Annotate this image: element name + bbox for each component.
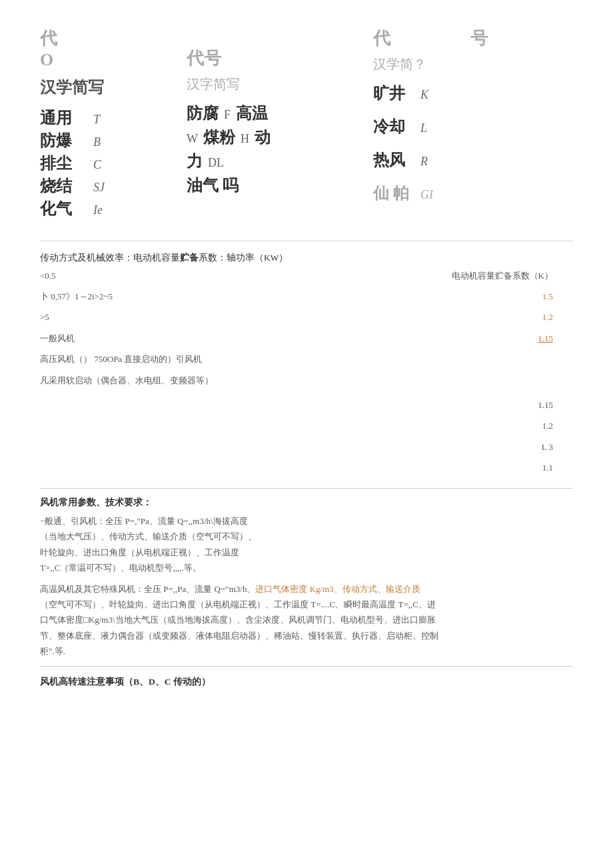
header-row: 代 O 汉学简写 通用 T 防爆 B 排尘 C 烧结 SJ: [40, 27, 573, 221]
list-item: 化气 Ie: [40, 198, 187, 219]
extra-values: 1.15 1.2 L 3 1.1: [40, 397, 573, 481]
col1-header1: 代: [40, 27, 187, 50]
spacer: [40, 397, 426, 481]
type-gaowenn: 高温: [236, 103, 268, 124]
technical-title: 风机常用参数、技术要求：: [40, 495, 573, 510]
special-fan-text: 高温风机及其它特殊风机：全压 P=,,Pa、流量 Q=″m3/h、进口气体密度 …: [40, 581, 573, 659]
params-values: 电动机容量贮备系数（K） 1.5 1.2 1.15: [426, 268, 573, 393]
type-lengque: 冷却: [373, 116, 410, 137]
transmission-title: 传动方式及机械效率：电动机容量贮备系数：轴功率（KW）: [40, 251, 573, 265]
divider-1: [40, 241, 573, 241]
param-row-3: >5: [40, 309, 426, 325]
list-item: 旷井 K: [373, 83, 573, 104]
param-row-4: 一般风机: [40, 331, 426, 346]
col2-subheader: 汉字简写: [187, 75, 373, 93]
list-item: 通用 T: [40, 107, 187, 129]
general-fan-text: −般通、引风机：全压 P=,″Pa、流量 Q=,,m3/h\海拔高度 （当地大气…: [40, 513, 573, 576]
col1-header2: O: [40, 50, 187, 70]
type-code-shaojie: SJ: [93, 181, 113, 195]
value-15: 1.5: [426, 289, 553, 304]
list-item: 冷却 L: [373, 116, 573, 137]
last-note: 风机高转速注意事项（B、D、C 传动的）: [40, 676, 573, 688]
extra-right: 1.15 1.2 L 3 1.1: [426, 397, 573, 481]
value-L3: L 3: [426, 439, 553, 455]
code-R: R: [420, 155, 428, 169]
param-row-6: 凡采用软启动（偶合器、水电组、变频器等）: [40, 373, 426, 388]
col3-header2: 号: [470, 27, 488, 50]
type-youqi: 油气 吗: [187, 175, 239, 196]
col1-block: 代 O 汉学简写 通用 T 防爆 B 排尘 C 烧结 SJ: [40, 27, 187, 221]
code-W: W: [187, 132, 198, 146]
value-115b: 1.15: [426, 397, 553, 413]
col3-headers: 代 号: [373, 27, 573, 50]
type-meifen: 煤粉: [203, 127, 235, 148]
param-row-5: 高压风机（） 750OPa 直接启动的）引风机: [40, 351, 426, 367]
divider-3: [40, 666, 573, 667]
type-refeng: 热风: [373, 149, 410, 171]
list-item: 油气 吗: [187, 175, 373, 196]
code-GI: GI: [420, 188, 433, 202]
lower-section: 传动方式及机械效率：电动机容量贮备系数：轴功率（KW） <0.5 卜 0,57》…: [40, 251, 573, 688]
page-top: 代 O 汉学简写 通用 T 防爆 B 排尘 C 烧结 SJ: [40, 27, 573, 221]
code-H: H: [241, 132, 249, 146]
col3-block: 代 号 汉学简？ 旷井 K 冷却 L 热风 R: [373, 27, 573, 221]
list-item: W 煤粉 H 动: [187, 127, 373, 148]
list-item: 烧结 SJ: [40, 175, 187, 197]
type-name-paichen: 排尘: [40, 153, 80, 174]
type-name-huaqi: 化气: [40, 198, 80, 219]
divider-2: [40, 488, 573, 489]
code-F: F: [224, 108, 231, 122]
list-item: 仙 帕 GI: [373, 183, 573, 204]
value-115a: 1.15: [426, 331, 553, 346]
col2-block: 代号 汉字简写 防腐 F 高温 W 煤粉 H 动 力 DL: [187, 27, 373, 221]
col2-header: 代号: [187, 47, 373, 70]
code-K: K: [420, 88, 428, 102]
col3-items: 旷井 K 冷却 L 热风 R 仙 帕 GI: [373, 83, 573, 204]
type-code-paichen: C: [93, 158, 113, 172]
col1-subheader: 汉学简写: [40, 77, 187, 98]
type-name-shaojie: 烧结: [40, 175, 80, 197]
value-header: 电动机容量贮备系数（K）: [426, 268, 553, 283]
type-code-tongyong: T: [93, 113, 113, 127]
type-xianpa: 仙 帕: [373, 183, 410, 204]
col2-items: 防腐 F 高温 W 煤粉 H 动 力 DL 油气 吗: [187, 103, 373, 196]
type-name-tongyong: 通用: [40, 107, 80, 129]
list-item: 力 DL: [187, 151, 373, 172]
code-DL: DL: [208, 156, 224, 170]
param-row-1: <0.5: [40, 268, 426, 283]
code-L: L: [420, 121, 427, 135]
params-section: <0.5 卜 0,57》1～2i>2~5 >5 一般风机 高压风机（） 750O…: [40, 268, 573, 393]
type-name-fangbao: 防爆: [40, 130, 80, 151]
type-fangfu: 防腐: [187, 103, 219, 124]
params-labels: <0.5 卜 0,57》1～2i>2~5 >5 一般风机 高压风机（） 750O…: [40, 268, 426, 393]
type-dong: 动: [255, 127, 271, 148]
value-11: 1.1: [426, 460, 553, 475]
col3-header1: 代: [373, 27, 390, 50]
col3-subheader: 汉学简？: [373, 55, 426, 73]
list-item: 热风 R: [373, 149, 573, 171]
col1-items: 通用 T 防爆 B 排尘 C 烧结 SJ 化气 Ie: [40, 107, 187, 219]
value-12: 1.2: [426, 309, 553, 325]
type-code-huaqi: Ie: [93, 203, 113, 217]
type-kuangjing: 旷井: [373, 83, 410, 104]
param-row-2: 卜 0,57》1～2i>2~5: [40, 289, 426, 304]
list-item: 防爆 B: [40, 130, 187, 151]
list-item: 排尘 C: [40, 153, 187, 174]
col3-subheader-row: 汉学简？: [373, 55, 573, 73]
type-code-fangbao: B: [93, 135, 113, 149]
list-item: 防腐 F 高温: [187, 103, 373, 124]
type-li: 力: [187, 151, 203, 172]
value-12b: 1.2: [426, 418, 553, 433]
